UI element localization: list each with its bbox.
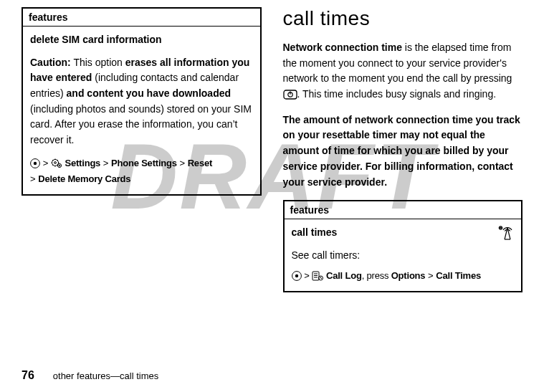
svg-line-31: [321, 278, 323, 279]
call-log-icon: [312, 271, 323, 281]
p1-t2: . This time includes busy signals and ri…: [297, 88, 497, 100]
nav-delete-memory: Delete Memory Cards: [38, 173, 130, 184]
nav-path-right: >: [292, 268, 515, 284]
section-title: call times: [283, 7, 523, 30]
center-key-icon: [30, 158, 40, 168]
nav-options: Options: [391, 270, 426, 281]
settings-gear-icon: [51, 158, 62, 168]
caution-t3: (including photos and sounds) stored on …: [30, 103, 252, 145]
nav-reset: Reset: [188, 158, 212, 168]
caution-t1: This option: [71, 57, 125, 68]
gt4: >: [30, 173, 36, 184]
svg-point-12: [57, 163, 61, 167]
gt-r1: >: [304, 270, 310, 281]
footer-text: other features—call times: [53, 371, 158, 381]
svg-point-13: [59, 165, 60, 166]
svg-line-8: [52, 160, 53, 161]
network-antenna-icon: [498, 225, 514, 241]
features-box-right: features: [283, 200, 523, 292]
delete-sim-subtitle: delete SIM card information: [30, 32, 253, 48]
caution-label: Caution:: [30, 57, 71, 68]
gt-r2: >: [428, 270, 434, 281]
svg-line-11: [57, 160, 58, 161]
nav-path-left: > Settings: [30, 156, 253, 187]
svg-point-1: [34, 162, 37, 165]
left-column: features delete SIM card information Cau…: [22, 7, 262, 292]
end-key-icon: [283, 90, 297, 100]
call-times-subtitle: call times: [292, 225, 515, 241]
caution-b2: and content you have downloaded: [67, 87, 231, 99]
caution-paragraph: Caution: This option erases all informat…: [30, 55, 253, 148]
svg-point-24: [295, 274, 297, 277]
features-cell-left: delete SIM card information Caution: Thi…: [23, 27, 260, 194]
gt1: >: [43, 158, 49, 168]
p1-bold: Network connection time: [283, 42, 402, 53]
see-call-timers: See call timers:: [292, 248, 515, 264]
billing-paragraph: The amount of network connection time yo…: [283, 113, 523, 190]
gt3: >: [179, 158, 185, 168]
page-footer: 76 other features—call times: [0, 369, 158, 382]
nav-phone-settings: Phone Settings: [111, 158, 177, 168]
page-content: features delete SIM card information Cau…: [0, 0, 544, 292]
gt2: >: [103, 158, 109, 168]
nav-call-log: Call Log: [326, 270, 362, 281]
page-number: 76: [22, 369, 34, 382]
right-column: call times Network connection time is th…: [283, 7, 523, 292]
nav-call-times: Call Times: [436, 270, 481, 281]
features-header-right: features: [285, 201, 522, 219]
nav-press: , press: [362, 270, 391, 281]
svg-line-10: [52, 165, 53, 166]
features-box-left: features delete SIM card information Cau…: [22, 7, 262, 196]
nav-settings: Settings: [65, 158, 100, 168]
features-header-left: features: [23, 9, 260, 27]
svg-point-3: [54, 161, 56, 163]
network-time-paragraph: Network connection time is the elapsed t…: [283, 40, 523, 102]
features-cell-right: call times See call timers: >: [285, 219, 522, 290]
center-key-icon: [292, 271, 302, 281]
